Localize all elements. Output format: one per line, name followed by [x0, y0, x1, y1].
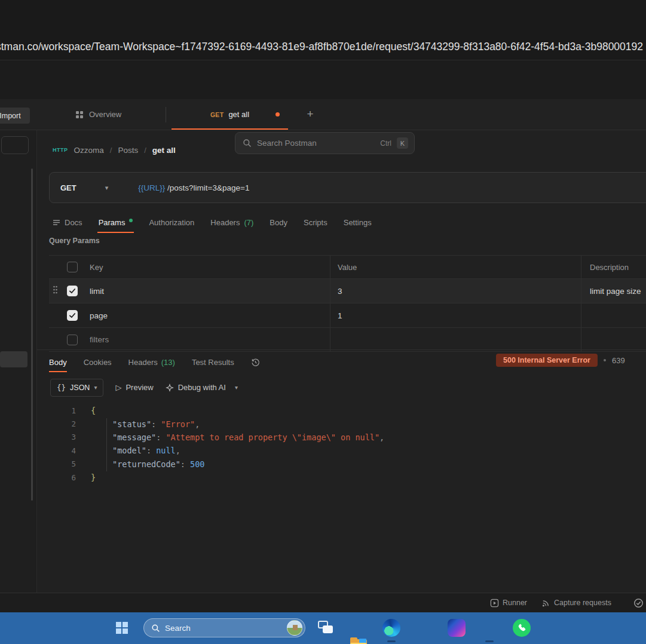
drag-handle-icon[interactable] [53, 286, 58, 297]
active-tab-underline [97, 232, 134, 233]
sidebar-scrollbar[interactable] [31, 168, 33, 501]
request-tab-body[interactable]: Body [270, 212, 287, 233]
param-checkbox[interactable] [67, 286, 78, 296]
param-key[interactable]: filters [90, 335, 109, 344]
taskbar-search-input[interactable] [165, 624, 282, 633]
breadcrumb-collection[interactable]: Posts [118, 146, 138, 155]
response-headers-count: (13) [161, 358, 175, 367]
debug-with-ai-button[interactable]: Debug with AI ▾ [166, 383, 238, 392]
param-checkbox[interactable] [67, 335, 78, 345]
column-header-value: Value [330, 256, 581, 278]
response-status-area: 500 Internal Server Error 639 [496, 354, 625, 367]
code-line: 4"model": null, [50, 444, 624, 457]
param-description[interactable]: limit page size [590, 287, 641, 296]
import-button[interactable]: Import [0, 108, 30, 124]
request-tab-settings[interactable]: Settings [344, 212, 372, 233]
sidebar-collapsed-control[interactable] [1, 136, 29, 154]
param-value[interactable]: 3 [338, 287, 342, 296]
browser-chrome: stman.co/workspace/Team-Workspace~f17473… [0, 0, 646, 60]
url-variable: {{URL}} [138, 183, 165, 192]
ai-sparkle-icon [166, 384, 174, 392]
request-tab-title: get all [228, 110, 249, 119]
docs-icon [53, 219, 60, 226]
request-tab-scripts[interactable]: Scripts [304, 212, 327, 233]
code-line: 3"message": "Attempt to read property \"… [50, 431, 624, 444]
sidebar-selected-item[interactable] [0, 351, 27, 367]
preview-button[interactable]: ▷ Preview [115, 383, 153, 392]
request-url-input[interactable]: {{URL}} /posts?limit=3&page=1 [138, 183, 249, 192]
column-header-key: Key [84, 256, 330, 278]
start-button[interactable] [116, 622, 128, 634]
active-tab-underline [49, 371, 67, 372]
breadcrumb-workspace[interactable]: Ozzoma [74, 146, 104, 155]
search-input[interactable] [257, 139, 375, 148]
response-viewer-toolbar: {} JSON ▾ ▷ Preview Debug with AI ▾ [50, 378, 238, 397]
whatsapp-button[interactable] [513, 619, 531, 637]
code-line: 1{ [50, 404, 624, 417]
edge-browser-button[interactable] [382, 619, 400, 637]
sidebar [0, 130, 37, 593]
postman-search-box[interactable]: Ctrl K [235, 132, 415, 154]
browser-address-bar[interactable]: stman.co/workspace/Team-Workspace~f17473… [0, 41, 643, 53]
file-explorer-button[interactable] [350, 637, 368, 644]
response-history-button[interactable] [251, 352, 260, 372]
request-tab-docs[interactable]: Docs [53, 212, 82, 233]
response-tab-headers[interactable]: Headers (13) [128, 352, 175, 372]
edge-open-indicator [387, 640, 396, 642]
request-tab-authorization[interactable]: Authorization [149, 212, 194, 233]
add-tab-button[interactable]: + [302, 106, 318, 122]
response-divider [37, 349, 646, 350]
shortcut-k-key: K [397, 137, 408, 149]
response-tab-body[interactable]: Body [49, 352, 67, 372]
phone-icon [517, 623, 526, 633]
query-params-header-row: Key Value Description [49, 255, 646, 278]
param-row-limit[interactable]: limit 3 limit page size [49, 278, 646, 303]
http-protocol-icon: HTTP [53, 147, 68, 153]
url-path: /posts?limit=3&page=1 [167, 183, 249, 192]
status-badge[interactable]: 500 Internal Server Error [496, 354, 598, 367]
active-tab-underline [172, 128, 288, 130]
request-url-bar: GET ▾ {{URL}} /posts?limit=3&page=1 [49, 172, 646, 203]
runner-icon [490, 599, 499, 608]
separator-dot [604, 359, 606, 361]
param-key[interactable]: page [90, 311, 108, 320]
response-body-json[interactable]: 1{2"status": "Error",3"message": "Attemp… [50, 404, 624, 484]
breadcrumb-separator: / [110, 146, 112, 155]
windows-taskbar [0, 612, 646, 644]
param-checkbox[interactable] [67, 310, 78, 321]
param-row-page[interactable]: page 1 [49, 303, 646, 327]
select-all-checkbox[interactable] [67, 262, 78, 272]
status-check-icon[interactable] [633, 598, 644, 611]
search-highlight-icon[interactable] [287, 620, 302, 636]
param-key[interactable]: limit [90, 287, 104, 296]
task-view-button[interactable] [317, 619, 335, 637]
runner-button[interactable]: Runner [490, 599, 527, 608]
param-row-filters[interactable]: filters [49, 327, 646, 352]
shortcut-ctrl-label: Ctrl [380, 139, 391, 148]
plus-icon: + [307, 108, 313, 121]
code-line: 6} [50, 471, 624, 484]
breadcrumb: HTTP Ozzoma / Posts / get all [53, 143, 176, 157]
chrome-open-indicator [485, 640, 494, 642]
param-value[interactable]: 1 [338, 311, 342, 320]
response-tab-test-results[interactable]: Test Results [192, 352, 234, 372]
chevron-down-icon[interactable]: ▾ [235, 384, 238, 391]
chevron-down-icon[interactable]: ▾ [105, 184, 109, 192]
braces-icon: {} [57, 383, 66, 392]
unsaved-changes-dot [275, 112, 280, 116]
taskbar-search[interactable] [143, 618, 305, 637]
query-params-title: Query Params [49, 237, 100, 245]
history-icon [251, 358, 260, 367]
code-line: 5"returnedCode": 500 [50, 458, 624, 471]
import-button-label: Import [0, 112, 21, 120]
format-dropdown[interactable]: {} JSON ▾ [50, 379, 103, 397]
tab-overview[interactable]: Overview [75, 99, 121, 130]
method-selector[interactable]: GET [60, 183, 76, 192]
column-header-description: Description [581, 256, 646, 278]
response-tab-cookies[interactable]: Cookies [84, 352, 112, 372]
tab-request-get-all[interactable]: GET get all [172, 99, 288, 130]
copilot-button[interactable] [448, 619, 466, 637]
request-tab-headers[interactable]: Headers (7) [210, 212, 253, 233]
request-tab-params[interactable]: Params [99, 212, 133, 233]
capture-requests-button[interactable]: Capture requests [541, 599, 611, 608]
